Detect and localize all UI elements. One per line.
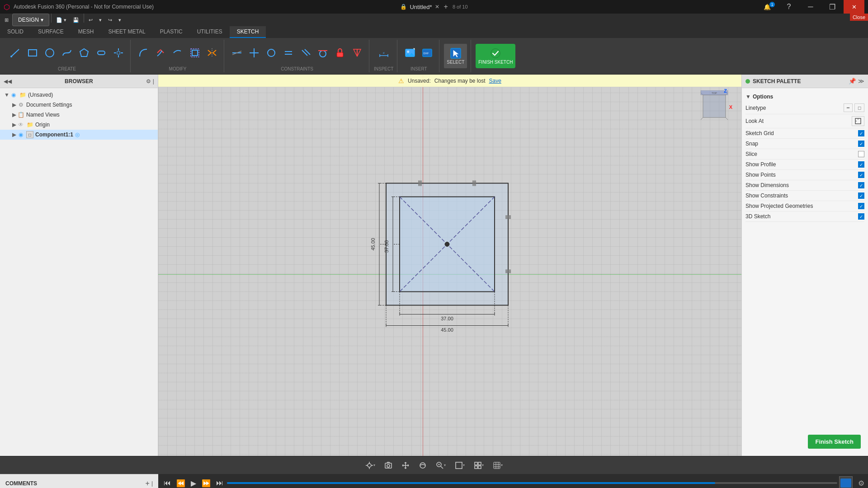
browser-expand-btn[interactable]: | xyxy=(153,78,154,84)
palette-pin-btn[interactable]: 📌 xyxy=(849,78,856,84)
app-menu-btn[interactable]: ⊞ xyxy=(2,14,11,26)
new-btn[interactable]: 📄 ▾ xyxy=(53,14,69,26)
undo-btn[interactable]: ↩ xyxy=(86,14,95,26)
save-btn[interactable]: 💾 xyxy=(70,14,82,26)
lock-constraint-btn[interactable] xyxy=(332,41,348,65)
grid-settings-btn[interactable]: ▾ xyxy=(470,460,487,471)
canvas-area[interactable]: ⚠ Unsaved: Changes may be lost Save TOP … xyxy=(158,75,741,456)
redo-btn[interactable]: ↪ xyxy=(105,14,115,26)
expand-arrow-doc[interactable]: ▶ xyxy=(11,102,17,108)
save-link[interactable]: Save xyxy=(489,78,501,84)
insert-dxf-btn[interactable]: DXF xyxy=(419,41,435,65)
dimension-tool-btn[interactable]: d xyxy=(376,41,392,65)
offset-tool-btn[interactable] xyxy=(187,41,203,65)
tab-plastic[interactable]: PLASTIC xyxy=(153,26,190,38)
pan-btn[interactable] xyxy=(398,460,413,471)
tree-item-component1[interactable]: ▶ ◉ □ Component1:1 ◎ xyxy=(0,130,158,140)
select-btn[interactable]: SELECT xyxy=(444,44,467,68)
tab-mesh[interactable]: MESH xyxy=(71,26,101,38)
playback-settings-btn[interactable]: ⚙ xyxy=(858,479,864,488)
view-cube-container[interactable]: TOP Z X xyxy=(696,88,732,133)
sketch-grid-checkbox[interactable]: ✓ xyxy=(858,130,864,136)
circle-tool-btn[interactable] xyxy=(42,41,58,65)
show-projected-checkbox[interactable]: ✓ xyxy=(858,203,864,209)
trim-tool-btn[interactable] xyxy=(152,41,169,65)
comments-expand-btn[interactable]: | xyxy=(151,479,153,488)
capture-image-btn[interactable] xyxy=(381,460,396,471)
tab-sheet-metal[interactable]: SHEET METAL xyxy=(101,26,152,38)
line-tool-btn[interactable] xyxy=(7,41,24,65)
expand-arrow-origin[interactable]: ▶ xyxy=(11,122,17,128)
finish-sketch-ribbon-btn[interactable]: FINISH SKETCH xyxy=(476,44,515,68)
window-close-btn[interactable]: ✕ xyxy=(844,0,864,14)
next-end-btn[interactable]: ⏭ xyxy=(214,477,225,488)
spline-tool-btn[interactable] xyxy=(59,41,75,65)
linetype-construction-btn[interactable]: ◻ xyxy=(854,103,864,112)
browser-collapse-icon[interactable]: ◀◀ xyxy=(4,78,12,84)
design-dropdown-btn[interactable]: DESIGN ▾ xyxy=(12,14,49,26)
timeline-track[interactable] xyxy=(227,482,837,484)
palette-expand-btn[interactable]: ≫ xyxy=(858,78,864,84)
fillet-tool-btn[interactable] xyxy=(135,41,151,65)
expand-arrow-component1[interactable]: ▶ xyxy=(11,131,17,138)
linetype-solid-btn[interactable]: ━ xyxy=(844,103,853,112)
restore-btn[interactable]: ❐ xyxy=(822,0,843,14)
rectangle-tool-btn[interactable] xyxy=(24,41,41,65)
snap-checkbox[interactable]: ✓ xyxy=(858,141,864,147)
prev-start-btn[interactable]: ⏮ xyxy=(162,477,173,488)
orbit-btn[interactable] xyxy=(415,460,430,471)
add-comment-btn[interactable]: + xyxy=(146,479,150,488)
undo-history-btn[interactable]: ▾ xyxy=(96,14,104,26)
look-at-btn[interactable] xyxy=(852,116,864,126)
display-mode-btn[interactable]: ▾ xyxy=(451,460,468,471)
show-profile-checkbox[interactable]: ✓ xyxy=(858,161,864,168)
parallel-constraint-btn[interactable] xyxy=(297,41,314,65)
zoom-btn[interactable]: ▾ xyxy=(432,460,449,471)
symmetry-constraint-btn[interactable] xyxy=(349,41,365,65)
eye-icon-comp1[interactable]: ◉ xyxy=(17,131,24,138)
tab-solid[interactable]: SOLID xyxy=(0,26,31,38)
redo-history-btn[interactable]: ▾ xyxy=(116,14,124,26)
3d-sketch-checkbox[interactable]: ✓ xyxy=(858,213,864,220)
tree-item-unsaved[interactable]: ▼ ◉ 📁 (Unsaved) xyxy=(0,90,158,100)
tree-item-origin[interactable]: ▶ 👁 📁 Origin xyxy=(0,120,158,130)
eye-icon-origin[interactable]: 👁 xyxy=(17,121,24,128)
tangent-constraint-btn[interactable] xyxy=(315,41,331,65)
point-tool-btn[interactable] xyxy=(110,41,127,65)
coincident-constraint-btn[interactable] xyxy=(263,41,279,65)
expand-arrow-unsaved[interactable]: ▼ xyxy=(4,92,10,98)
show-constraints-checkbox[interactable]: ✓ xyxy=(858,192,864,199)
tab-utilities[interactable]: UTILITIES xyxy=(190,26,230,38)
expand-arrow-named-views[interactable]: ▶ xyxy=(11,112,17,118)
browser-settings-btn[interactable]: ⚙ xyxy=(146,78,151,84)
polygon-tool-btn[interactable] xyxy=(76,41,92,65)
finish-sketch-palette-btn[interactable]: Finish Sketch xyxy=(808,435,861,449)
play-btn[interactable]: ▶ xyxy=(189,477,198,488)
equal-constraint-btn[interactable] xyxy=(280,41,297,65)
help-btn[interactable]: ? xyxy=(778,0,799,14)
visibility-icon-unsaved[interactable]: ◉ xyxy=(10,91,17,99)
prev-btn[interactable]: ⏪ xyxy=(175,477,187,488)
view-settings-btn[interactable]: ▾ xyxy=(489,460,506,471)
perpendicular-constraint-btn[interactable] xyxy=(246,41,262,65)
slice-checkbox[interactable] xyxy=(858,151,864,157)
view-cube[interactable]: TOP xyxy=(698,90,730,122)
playback-thumbnail[interactable] xyxy=(839,476,853,488)
tree-item-named-views[interactable]: ▶ 📋 Named Views xyxy=(0,110,158,120)
new-tab-btn[interactable]: + xyxy=(442,3,450,11)
extend-tool-btn[interactable] xyxy=(170,41,186,65)
tree-item-doc-settings[interactable]: ▶ ⚙ Document Settings xyxy=(0,100,158,110)
show-dimensions-checkbox[interactable]: ✓ xyxy=(858,182,864,188)
minimize-btn[interactable]: ─ xyxy=(800,0,821,14)
insert-image-btn[interactable] xyxy=(402,41,418,65)
close-tab-btn[interactable]: ✕ xyxy=(435,4,439,10)
mirror-tool-btn[interactable] xyxy=(204,41,220,65)
slot-tool-btn[interactable] xyxy=(93,41,109,65)
snap-tool-btn[interactable]: ▾ xyxy=(362,460,379,471)
tab-surface[interactable]: SURFACE xyxy=(31,26,71,38)
show-points-checkbox[interactable]: ✓ xyxy=(858,172,864,178)
horizontal-constraint-btn[interactable] xyxy=(229,41,245,65)
notification-btn[interactable]: 🔔 1 xyxy=(757,0,778,14)
next-btn[interactable]: ⏩ xyxy=(200,477,212,488)
tab-sketch[interactable]: SKETCH xyxy=(230,26,266,38)
